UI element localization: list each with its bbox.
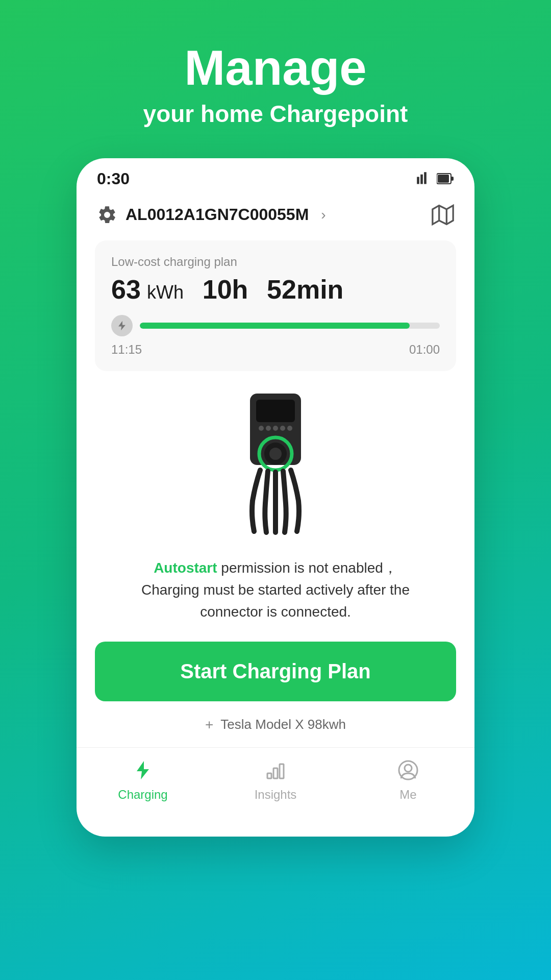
- header-title: Manage: [143, 41, 408, 95]
- svg-rect-18: [280, 764, 284, 778]
- progress-bar-container: [111, 315, 440, 336]
- status-bar: 0:30: [77, 158, 474, 195]
- plan-stats: 63 kWh 10h 52min: [111, 274, 440, 305]
- time-end: 01:00: [409, 342, 440, 357]
- svg-point-20: [405, 765, 412, 772]
- status-icons: [416, 172, 454, 186]
- device-header: AL0012A1GN7C00055M ›: [77, 195, 474, 236]
- svg-rect-2: [438, 175, 449, 183]
- svg-point-12: [287, 426, 292, 431]
- svg-point-15: [269, 448, 282, 460]
- svg-point-10: [273, 426, 278, 431]
- insights-nav-label: Insights: [255, 788, 297, 802]
- progress-bar-fill: [140, 323, 410, 329]
- me-nav-icon: [397, 759, 419, 783]
- charger-illustration: [235, 394, 316, 542]
- insights-nav-icon: [264, 759, 287, 783]
- progress-bar-background: [140, 323, 440, 329]
- device-info[interactable]: AL0012A1GN7C00055M ›: [97, 205, 326, 225]
- nav-item-insights[interactable]: Insights: [209, 759, 342, 802]
- device-id: AL0012A1GN7C00055M: [126, 205, 309, 224]
- phone-card: 0:30 AL0012A1GN7C00055M ›: [77, 158, 474, 837]
- status-time: 0:30: [97, 169, 130, 188]
- energy-unit: kWh: [147, 282, 184, 303]
- add-vehicle-row[interactable]: + Tesla Model X 98kwh: [77, 712, 474, 745]
- app-header: Manage your home Chargepoint: [143, 0, 408, 158]
- start-charging-plan-button[interactable]: Start Charging Plan: [95, 642, 456, 701]
- svg-marker-3: [433, 205, 453, 224]
- progress-bolt-icon: [111, 315, 133, 336]
- map-icon[interactable]: [432, 204, 454, 226]
- bottom-nav: Charging Insights Me: [77, 747, 474, 816]
- add-vehicle-label: Tesla Model X 98kwh: [220, 717, 346, 732]
- charger-image-area: [77, 383, 474, 557]
- svg-point-9: [266, 426, 271, 431]
- svg-rect-7: [256, 400, 295, 422]
- battery-icon: [437, 172, 454, 186]
- header-subtitle: your home Chargepoint: [143, 100, 408, 128]
- minutes-value: 52min: [267, 275, 343, 304]
- plan-label: Low-cost charging plan: [111, 255, 440, 269]
- plan-card: Low-cost charging plan 63 kWh 10h 52min …: [95, 240, 456, 371]
- autostart-highlight: Autostart: [154, 560, 217, 576]
- start-btn-label: Start Charging Plan: [180, 660, 370, 682]
- charging-nav-label: Charging: [118, 788, 167, 802]
- signal-icon: [416, 172, 431, 186]
- svg-rect-1: [451, 177, 454, 181]
- energy-value: 63: [111, 275, 141, 304]
- gear-icon: [97, 205, 117, 225]
- progress-times: 11:15 01:00: [111, 342, 440, 357]
- svg-point-11: [280, 426, 285, 431]
- add-vehicle-plus-icon: +: [205, 717, 213, 733]
- charging-nav-icon: [132, 759, 154, 783]
- svg-rect-17: [273, 768, 278, 778]
- hours-value: 10h: [203, 275, 248, 304]
- chevron-right-icon: ›: [321, 207, 325, 223]
- nav-item-charging[interactable]: Charging: [77, 759, 209, 802]
- time-start: 11:15: [111, 342, 142, 357]
- svg-rect-16: [267, 773, 271, 778]
- autostart-message: Autostart permission is not enabled，Char…: [77, 557, 474, 623]
- nav-item-me[interactable]: Me: [342, 759, 474, 802]
- svg-point-8: [259, 426, 264, 431]
- me-nav-label: Me: [399, 788, 416, 802]
